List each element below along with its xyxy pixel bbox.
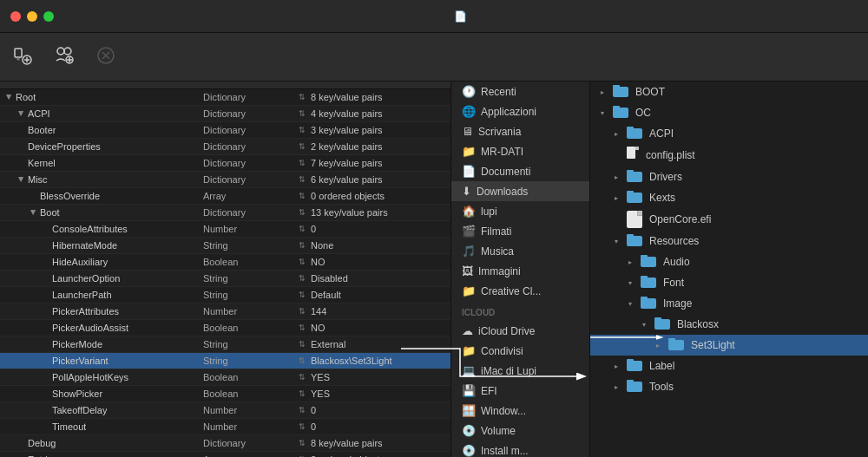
filetree-item-config-plist[interactable]: config.plist xyxy=(590,144,868,166)
sidebar-item-condivisi[interactable]: 📁Condivisi xyxy=(451,341,589,361)
delete-button[interactable] xyxy=(94,43,118,71)
expand-triangle[interactable]: ▸ xyxy=(628,258,637,266)
filetree-item-image[interactable]: ▾Image xyxy=(590,293,868,314)
sidebar-item-mr-dati[interactable]: 📁MR-DATI xyxy=(451,141,589,161)
plist-value-text: 8 key/value pairs xyxy=(311,92,383,102)
sort-icon: ⇅ xyxy=(299,422,306,431)
sidebar-item-label: lupi xyxy=(481,206,497,218)
expand-triangle[interactable]: ▸ xyxy=(615,383,623,391)
filetree-item-tools[interactable]: ▸Tools xyxy=(590,376,868,397)
table-row[interactable]: HibernateModeString⇅None xyxy=(0,238,450,254)
expand-triangle xyxy=(42,241,50,250)
table-row[interactable]: PollAppleHotKeysBoolean⇅YES xyxy=(0,369,450,386)
plist-key-cell: Entries xyxy=(0,454,200,457)
table-row[interactable]: ▶BootDictionary⇅13 key/value pairs xyxy=(0,205,450,221)
plist-value-text: None xyxy=(311,240,333,251)
sidebar-item-lupi[interactable]: 🏠lupi xyxy=(451,201,589,221)
expand-triangle[interactable]: ▾ xyxy=(628,279,637,287)
sidebar-item-scrivania[interactable]: 🖥Scrivania xyxy=(451,121,589,141)
plist-key-text: BlessOverride xyxy=(40,191,100,201)
table-row[interactable]: ConsoleAttributesNumber⇅0 xyxy=(0,221,450,238)
svg-point-7 xyxy=(64,48,71,55)
table-row[interactable]: TakeoffDelayNumber⇅0 xyxy=(0,402,450,419)
plist-value-cell: ⇅7 key/value pairs xyxy=(295,157,450,169)
table-row[interactable]: ShowPickerBoolean⇅YES xyxy=(0,386,450,402)
table-row[interactable]: LauncherOptionString⇅Disabled xyxy=(0,271,450,287)
expand-triangle[interactable]: ▾ xyxy=(628,300,637,308)
table-row[interactable]: DevicePropertiesDictionary⇅2 key/value p… xyxy=(0,139,450,155)
expand-triangle[interactable]: ▾ xyxy=(615,238,623,245)
plist-value-text: 0 xyxy=(311,224,316,234)
expand-triangle[interactable]: ▸ xyxy=(615,362,623,370)
expand-triangle[interactable]: ▸ xyxy=(601,88,609,96)
sidebar-item-recenti[interactable]: 🕐Recenti xyxy=(451,82,589,101)
expand-triangle[interactable]: ▾ xyxy=(601,109,609,117)
plist-value-cell: ⇅External xyxy=(295,338,450,350)
sidebar-item-window...[interactable]: 🪟Window... xyxy=(451,401,589,421)
table-row[interactable]: DebugDictionary⇅8 key/value pairs xyxy=(0,435,450,452)
expand-triangle[interactable]: ▸ xyxy=(615,194,623,202)
filetree-item-blackosx[interactable]: ▾Blackosx xyxy=(590,314,868,335)
sidebar-item-install-m...[interactable]: 💿Install m... xyxy=(451,441,589,457)
sidebar-item-applicazioni[interactable]: 🌐Applicazioni xyxy=(451,101,589,121)
filetree-item-name: BOOT xyxy=(635,86,665,98)
table-row[interactable]: TimeoutNumber⇅0 xyxy=(0,419,450,435)
new-sibling-button[interactable] xyxy=(52,43,76,71)
filetree-item-name: Resources xyxy=(649,235,699,247)
table-row[interactable]: BooterDictionary⇅3 key/value pairs xyxy=(0,122,450,139)
table-row[interactable]: LauncherPathString⇅Default xyxy=(0,287,450,304)
sidebar-item-label: EFI xyxy=(481,385,497,397)
sidebar-item-musica[interactable]: 🎵Musica xyxy=(451,241,589,261)
plist-value-cell: ⇅0 xyxy=(295,223,450,235)
filetree-item-set3light[interactable]: ▸Set3Light xyxy=(590,335,868,356)
table-row[interactable]: ▶MiscDictionary⇅6 key/value pairs xyxy=(0,172,450,188)
table-row[interactable]: PickerModeString⇅External xyxy=(0,336,450,353)
sidebar-item-icon: 📁 xyxy=(462,284,476,297)
table-row[interactable]: PickerAttributesNumber⇅144 xyxy=(0,304,450,320)
expand-triangle xyxy=(17,142,26,151)
expand-triangle[interactable]: ▶ xyxy=(5,93,14,101)
filetree-item-font[interactable]: ▾Font xyxy=(590,272,868,293)
expand-triangle[interactable]: ▸ xyxy=(656,342,665,349)
table-row[interactable]: PickerVariantString⇅Blackosx\Set3Light xyxy=(0,353,450,369)
filetree-item-oc[interactable]: ▾OC xyxy=(590,102,868,123)
expand-triangle[interactable]: ▸ xyxy=(615,130,623,138)
expand-triangle[interactable]: ▶ xyxy=(17,109,26,118)
filetree-item-boot[interactable]: ▸BOOT xyxy=(590,82,868,102)
plist-key-cell: DeviceProperties xyxy=(0,140,200,153)
table-row[interactable]: KernelDictionary⇅7 key/value pairs xyxy=(0,155,450,172)
expand-triangle[interactable]: ▶ xyxy=(30,208,38,217)
plist-body[interactable]: ▶RootDictionary⇅8 key/value pairs▶ACPIDi… xyxy=(0,89,450,457)
plist-key-cell: PickerAttributes xyxy=(0,305,200,317)
expand-triangle[interactable]: ▾ xyxy=(642,321,651,329)
filetree-item-label[interactable]: ▸Label xyxy=(590,356,868,376)
sidebar-item-efi[interactable]: 💾EFI xyxy=(451,381,589,401)
expand-triangle[interactable]: ▸ xyxy=(615,173,623,181)
close-button[interactable] xyxy=(10,11,21,22)
sidebar-item-icloud-drive[interactable]: ☁iCloud Drive xyxy=(451,321,589,341)
filetree-item-audio[interactable]: ▸Audio xyxy=(590,251,868,272)
expand-triangle[interactable]: ▶ xyxy=(17,175,26,184)
table-row[interactable]: EntriesArray⇅2 ordered objects xyxy=(0,452,450,457)
sidebar-item-documenti[interactable]: 📄Documenti xyxy=(451,161,589,181)
sidebar-item-filmati[interactable]: 🎬Filmati xyxy=(451,221,589,241)
sidebar-item-downloads[interactable]: ⬇Downloads xyxy=(451,181,589,201)
filetree-item-opencore-efi[interactable]: OpenCore.efi xyxy=(590,208,868,231)
table-row[interactable]: PickerAudioAssistBoolean⇅NO xyxy=(0,320,450,336)
table-row[interactable]: ▶RootDictionary⇅8 key/value pairs xyxy=(0,89,450,106)
sidebar-section-header: iCloud xyxy=(451,301,589,321)
filetree-item-resources[interactable]: ▾Resources xyxy=(590,231,868,251)
filetree-item-kexts[interactable]: ▸Kexts xyxy=(590,187,868,208)
sidebar-item-immagini[interactable]: 🖼Immagini xyxy=(451,261,589,281)
table-row[interactable]: ▶ACPIDictionary⇅4 key/value pairs xyxy=(0,106,450,122)
filetree-item-drivers[interactable]: ▸Drivers xyxy=(590,166,868,187)
minimize-button[interactable] xyxy=(27,11,37,22)
sidebar-item-creative-cl...[interactable]: 📁Creative Cl... xyxy=(451,281,589,301)
table-row[interactable]: HideAuxiliaryBoolean⇅NO xyxy=(0,254,450,271)
table-row[interactable]: BlessOverrideArray⇅0 ordered objects xyxy=(0,188,450,205)
sidebar-item-imac-di-lupi[interactable]: 💻iMac di Lupi xyxy=(451,361,589,381)
maximize-button[interactable] xyxy=(43,11,54,22)
new-child-button[interactable] xyxy=(10,43,35,71)
filetree-item-acpi[interactable]: ▸ACPI xyxy=(590,123,868,144)
sidebar-item-volume[interactable]: 💿Volume xyxy=(451,421,589,441)
